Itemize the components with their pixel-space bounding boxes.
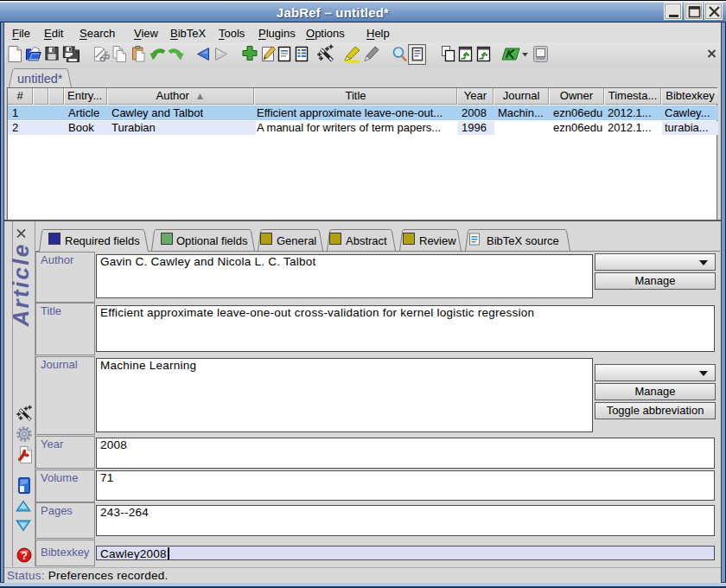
svg-text:Optional fields: Optional fields: [176, 234, 248, 247]
svg-text:Review: Review: [419, 234, 456, 247]
svg-text:Required fields: Required fields: [65, 234, 140, 247]
svg-text:?: ?: [21, 550, 28, 562]
svg-text:BibTeX source: BibTeX source: [487, 234, 559, 247]
svg-text:General: General: [277, 234, 316, 247]
svg-text:untitled*: untitled*: [17, 72, 63, 86]
svg-text:Abstract: Abstract: [346, 234, 387, 247]
